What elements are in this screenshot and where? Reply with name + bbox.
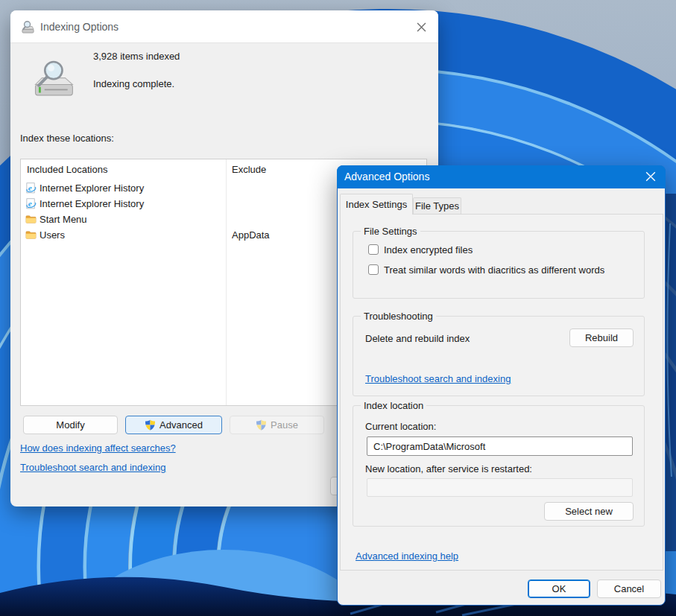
dialog-title: Indexing Options: [40, 10, 119, 43]
indexing-titlebar[interactable]: Indexing Options: [10, 10, 438, 43]
indexing-options-icon: [21, 20, 35, 34]
cancel-button-label: Cancel: [614, 583, 644, 594]
rebuild-description: Delete and rebuild index: [365, 333, 470, 344]
folder-icon: [25, 229, 37, 241]
close-icon: [645, 171, 656, 182]
current-location-label: Current location:: [365, 421, 436, 432]
group-legend: Index location: [361, 400, 426, 411]
ok-button[interactable]: OK: [528, 580, 590, 598]
rebuild-button-label: Rebuild: [585, 332, 618, 343]
how-indexing-affects-link[interactable]: How does indexing affect searches?: [20, 442, 176, 454]
ie-icon: e: [25, 182, 37, 194]
tab-index-settings[interactable]: Index Settings: [340, 194, 413, 215]
uac-shield-icon: [145, 419, 156, 431]
close-button[interactable]: [410, 16, 432, 37]
dialog-title: Advanced Options: [344, 165, 429, 188]
checkbox-index-encrypted[interactable]: [368, 244, 379, 255]
locations-label: Index these locations:: [20, 133, 114, 144]
modify-button[interactable]: Modify: [23, 416, 118, 434]
pause-button: Pause: [230, 416, 324, 434]
folder-icon: [25, 214, 37, 225]
location-name: Start Menu: [40, 214, 87, 225]
rebuild-button[interactable]: Rebuild: [569, 328, 634, 347]
pause-button-label: Pause: [271, 419, 298, 431]
troubleshoot-link[interactable]: Troubleshoot search and indexing: [20, 462, 165, 473]
select-new-button[interactable]: Select new: [544, 502, 634, 521]
checkbox-label: Treat similar words with diacritics as d…: [384, 264, 604, 276]
ie-icon: e: [25, 198, 37, 209]
svg-text:e: e: [28, 183, 32, 192]
desktop: Indexing Options 3,928 items indexed Ind…: [0, 0, 676, 616]
advanced-indexing-help-link[interactable]: Advanced indexing help: [356, 550, 458, 562]
troubleshooting-group: Troubleshooting Delete and rebuild index…: [353, 316, 645, 396]
tab-file-types[interactable]: File Types: [413, 197, 461, 214]
advanced-button-label: Advanced: [159, 419, 203, 431]
group-legend: Troubleshooting: [361, 311, 436, 322]
location-name: Internet Explorer History: [40, 182, 144, 194]
search-drive-icon: [31, 60, 78, 104]
uac-shield-icon: [256, 419, 267, 431]
location-exclude: AppData: [232, 229, 270, 241]
location-name: Users: [40, 229, 65, 241]
advanced-options-dialog: Advanced Options Index Settings File Typ…: [337, 165, 666, 606]
advanced-titlebar[interactable]: Advanced Options: [337, 165, 666, 188]
close-button[interactable]: [640, 168, 661, 185]
indexing-status: Indexing complete.: [93, 78, 174, 89]
new-location-label: New location, after service is restarted…: [365, 463, 532, 474]
cancel-button[interactable]: Cancel: [597, 580, 661, 598]
modify-button-label: Modify: [56, 419, 84, 431]
group-legend: File Settings: [361, 226, 420, 237]
index-settings-page: File Settings Index encrypted files Trea…: [340, 214, 663, 571]
select-new-button-label: Select new: [565, 506, 613, 517]
ok-button-label: OK: [552, 583, 566, 594]
checkbox-diacritics[interactable]: [368, 264, 379, 275]
close-icon: [417, 22, 426, 32]
current-location-field[interactable]: [367, 436, 633, 456]
checkbox-label: Index encrypted files: [384, 244, 473, 255]
items-indexed-count: 3,928 items indexed: [93, 51, 180, 62]
index-location-group: Index location Current location: New loc…: [353, 405, 645, 527]
advanced-button[interactable]: Advanced: [125, 416, 222, 434]
new-location-field[interactable]: [367, 478, 633, 497]
file-settings-group: File Settings Index encrypted files Trea…: [353, 231, 645, 299]
column-header-included: Included Locations: [27, 164, 107, 175]
column-header-exclude: Exclude: [232, 164, 266, 175]
svg-text:e: e: [28, 199, 32, 208]
troubleshoot-link[interactable]: Troubleshoot search and indexing: [365, 373, 511, 384]
location-name: Internet Explorer History: [40, 198, 144, 209]
